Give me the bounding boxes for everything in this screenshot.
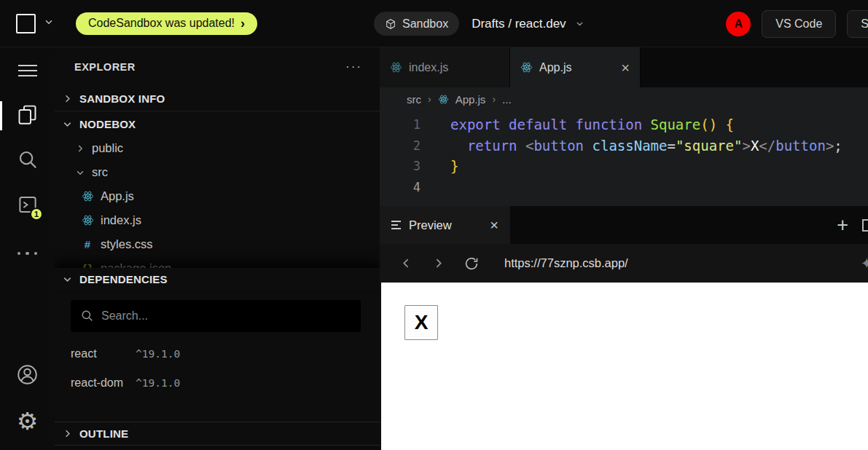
search-icon <box>80 309 94 325</box>
breadcrumb-file[interactable]: App.js <box>455 93 486 106</box>
code-line[interactable]: 3} <box>380 156 868 177</box>
tab-label: index.js <box>409 61 448 74</box>
chevron-down-icon <box>75 167 85 178</box>
react-icon <box>390 61 402 74</box>
line-number: 3 <box>380 156 426 177</box>
preview-url[interactable]: https://77sznp.csb.app/ <box>504 256 628 270</box>
section-label: OUTLINE <box>79 427 128 440</box>
explorer-activity-button[interactable] <box>0 100 55 132</box>
dependency-version: ^19.1.0 <box>136 377 180 389</box>
editor-breadcrumb: src › App.js › ... <box>380 87 868 111</box>
sparkle-icon[interactable]: ✦ <box>860 255 868 272</box>
square-button[interactable]: X <box>404 305 438 340</box>
refresh-icon[interactable] <box>464 256 479 271</box>
json-icon: {} <box>81 263 94 269</box>
code-line[interactable]: 2 return <button className="square">X</b… <box>380 135 868 157</box>
tree-item-indexjs[interactable]: index.js <box>55 208 380 232</box>
section-dependencies[interactable]: DEPENDENCIES <box>55 268 380 290</box>
chevron-right-icon <box>75 143 85 154</box>
dependency-search-input[interactable] <box>71 300 361 332</box>
ellipsis-icon <box>15 245 40 258</box>
tree-item-packagejson[interactable]: {} package.json <box>55 256 380 268</box>
add-devtool-icon[interactable]: + <box>837 216 848 235</box>
close-icon[interactable]: × <box>490 218 498 232</box>
react-icon <box>81 214 94 226</box>
section-sandbox-info[interactable]: SANDBOX INFO <box>55 87 380 111</box>
dependency-row-react[interactable]: react ^19.1.0 <box>55 339 380 368</box>
settings-button[interactable]: ⚙ <box>0 405 55 437</box>
code-lines: 1export default function Square() {2 ret… <box>380 114 868 197</box>
css-icon: # <box>81 238 94 250</box>
react-icon <box>520 61 533 74</box>
forward-icon[interactable] <box>432 257 445 269</box>
preview-tab[interactable]: Preview × <box>380 206 510 244</box>
dependency-row-react-dom[interactable]: react-dom ^19.1.0 <box>55 368 380 398</box>
line-number: 1 <box>380 114 426 135</box>
chevron-right-icon: › <box>428 93 431 105</box>
account-button[interactable] <box>0 360 55 392</box>
tab-appjs[interactable]: App.js × <box>510 47 641 87</box>
breadcrumb-symbol[interactable]: ... <box>502 93 512 106</box>
vscode-button-label: VS Code <box>775 17 822 31</box>
codesandbox-logo[interactable] <box>16 14 36 33</box>
layout-icon[interactable] <box>862 219 868 232</box>
project-breadcrumb[interactable]: Drafts / react.dev <box>472 17 584 31</box>
update-banner[interactable]: CodeSandbox was updated! › <box>76 12 257 35</box>
section-label: NODEBOX <box>79 118 136 130</box>
project-chevron-down-icon <box>575 19 584 28</box>
code-line[interactable]: 1export default function Square() { <box>380 114 868 135</box>
section-label: SANDBOX INFO <box>79 92 165 105</box>
explorer-panel: EXPLORER ··· SANDBOX INFO NODEBOX public… <box>55 47 380 450</box>
tree-item-src[interactable]: src <box>55 160 380 184</box>
top-bar: CodeSandbox was updated! › Sandbox Draft… <box>0 0 868 47</box>
avatar[interactable]: A <box>726 12 751 36</box>
chevron-down-icon <box>62 274 73 285</box>
codesandbox-window: CodeSandbox was updated! › Sandbox Draft… <box>0 0 868 450</box>
code-line[interactable]: 4 <box>380 177 868 198</box>
back-icon[interactable] <box>400 257 413 269</box>
search-activity-button[interactable] <box>0 145 55 177</box>
tree-item-label: src <box>92 165 108 179</box>
tree-item-label: styles.css <box>101 237 153 251</box>
share-button-label: Share <box>861 17 868 31</box>
account-icon <box>16 363 39 389</box>
tree-item-stylescss[interactable]: # styles.css <box>55 232 380 256</box>
share-button[interactable]: Share <box>847 10 868 38</box>
file-tree: public src App.js index.js <box>55 136 380 268</box>
react-icon <box>438 94 449 105</box>
dependency-name: react <box>71 347 136 360</box>
dependency-name: react-dom <box>71 376 136 390</box>
activity-bar: 1 ⚙ <box>0 47 55 450</box>
chevron-right-icon <box>62 93 73 104</box>
sandbox-badge[interactable]: Sandbox <box>374 12 459 36</box>
close-icon[interactable]: × <box>621 60 630 75</box>
explorer-more-icon[interactable]: ··· <box>345 60 362 74</box>
vscode-button[interactable]: VS Code <box>762 10 836 38</box>
editor-tab-bar: index.js App.js × <box>380 47 868 87</box>
tree-item-appjs[interactable]: App.js <box>55 184 380 208</box>
tab-indexjs[interactable]: index.js <box>380 47 510 87</box>
update-banner-text: CodeSandbox was updated! <box>88 17 235 30</box>
workspace-chevron-down-icon[interactable] <box>44 17 54 30</box>
banner-chevron-icon: › <box>241 17 245 30</box>
line-number: 2 <box>380 135 426 157</box>
tree-item-public[interactable]: public <box>55 136 380 160</box>
preview-content: X <box>380 283 868 450</box>
tree-item-label: App.js <box>101 189 134 203</box>
chevron-down-icon <box>62 119 73 130</box>
gear-icon: ⚙ <box>17 409 39 433</box>
breadcrumb-src[interactable]: src <box>407 93 421 106</box>
cube-icon <box>385 18 396 30</box>
section-outline[interactable]: OUTLINE <box>55 422 380 446</box>
terminal-activity-button[interactable]: 1 <box>0 190 55 222</box>
menu-button[interactable] <box>0 55 55 87</box>
code-editor[interactable]: 1export default function Square() {2 ret… <box>380 111 868 206</box>
terminal-badge: 1 <box>30 208 43 221</box>
section-nodebox[interactable]: NODEBOX <box>55 111 380 136</box>
tree-item-label: index.js <box>101 213 141 227</box>
files-icon <box>16 103 39 129</box>
tree-item-label: package.json <box>101 261 171 268</box>
more-activity-button[interactable] <box>0 235 55 267</box>
line-number: 4 <box>380 177 426 198</box>
dependency-version: ^19.1.0 <box>136 348 180 360</box>
